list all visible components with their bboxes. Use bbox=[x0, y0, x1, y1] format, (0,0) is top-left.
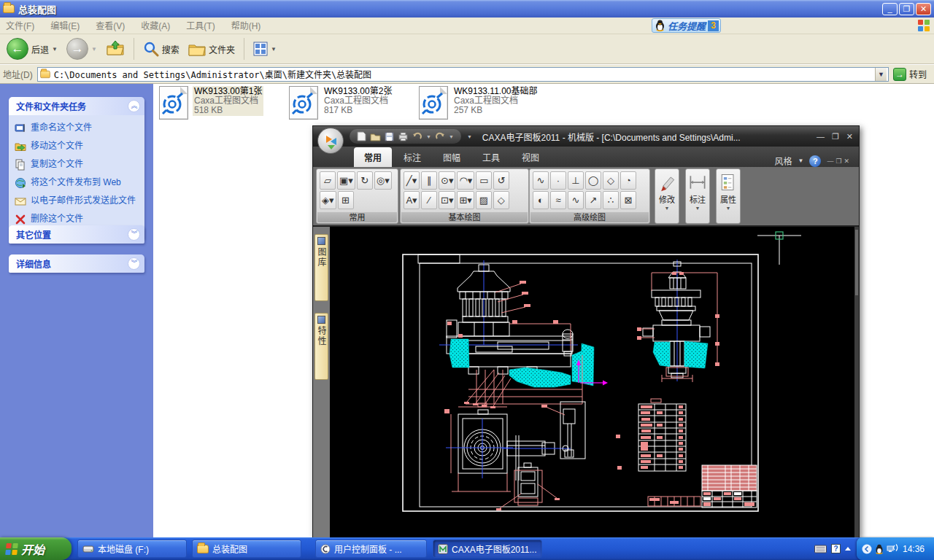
print-icon[interactable] bbox=[398, 132, 409, 141]
ribbon-tool-icon[interactable]: ∿ bbox=[568, 191, 584, 209]
undo-dropdown-icon[interactable]: ▼ bbox=[426, 134, 431, 139]
ribbon-tool-icon[interactable]: ◇ bbox=[603, 171, 619, 190]
taskbar-button-local-disk[interactable]: 本地磁盘 (F:) bbox=[77, 540, 187, 558]
ribbon-tool-icon[interactable]: ≈ bbox=[550, 191, 566, 209]
up-button[interactable] bbox=[104, 39, 127, 59]
dimension-button[interactable]: 标注▼ bbox=[685, 168, 710, 224]
ribbon-tool-icon[interactable]: ◈▾ bbox=[320, 191, 336, 209]
ribbon-tool-icon[interactable]: ⊙▾ bbox=[439, 171, 455, 190]
caxa-minimize-button[interactable]: — bbox=[817, 132, 825, 141]
ribbon-tab[interactable]: 标注 bbox=[393, 147, 431, 167]
caxa-app-logo-icon[interactable] bbox=[317, 128, 344, 154]
style-dropdown-icon[interactable]: ▼ bbox=[798, 158, 803, 164]
ribbon-tool-icon[interactable]: ◐ bbox=[533, 191, 549, 209]
menu-item[interactable]: 查看(V) bbox=[96, 21, 125, 31]
qq-task-reminder-badge[interactable]: 任务提醒 3 bbox=[652, 18, 721, 33]
taskbar-button-caxa[interactable]: CAXA电子图板2011... bbox=[433, 540, 542, 558]
properties-button[interactable]: 属性▼ bbox=[716, 168, 741, 224]
close-button[interactable]: ✕ bbox=[916, 3, 931, 15]
show-hidden-icons-chevron[interactable] bbox=[845, 547, 851, 551]
caxa-doc-window-buttons[interactable]: —❐✕ bbox=[827, 158, 852, 165]
ribbon-tab[interactable]: 工具 bbox=[472, 147, 510, 167]
file-item[interactable]: WK9133.00第1张 Caxa工程图文档 518 KB bbox=[159, 86, 285, 120]
ribbon-tab[interactable]: 常用 bbox=[354, 147, 392, 167]
open-icon[interactable] bbox=[370, 132, 381, 141]
start-button[interactable]: 开始 bbox=[0, 537, 72, 560]
caxa-drawing-canvas[interactable]: 图库 特性 .w2{stroke:#fff;stroke-width:1.6; bbox=[313, 227, 859, 538]
search-button[interactable]: 搜索 bbox=[141, 39, 182, 58]
details-header[interactable]: 详细信息 ︾ bbox=[9, 254, 144, 273]
task-copy-file[interactable]: 复制这个文件 bbox=[15, 159, 140, 171]
ribbon-tool-icon[interactable]: A▾ bbox=[404, 191, 420, 209]
new-document-icon[interactable] bbox=[357, 131, 366, 141]
ribbon-tab[interactable]: 图幅 bbox=[433, 147, 471, 167]
folders-button[interactable]: 文件夹 bbox=[186, 40, 237, 58]
ribbon-tool-icon[interactable]: ▣▾ bbox=[337, 171, 355, 190]
address-input[interactable]: C:\Documents and Settings\Administrator\… bbox=[37, 67, 889, 82]
minimize-button[interactable]: _ bbox=[882, 3, 898, 15]
task-publish-file[interactable]: 将这个文件发布到 Web bbox=[15, 177, 140, 189]
task-email-file[interactable]: 以电子邮件形式发送此文件 bbox=[15, 195, 140, 207]
ribbon-tool-icon[interactable]: ↗ bbox=[585, 191, 601, 209]
ribbon-tool-icon[interactable]: ◔ bbox=[620, 171, 636, 190]
ribbon-tool-icon[interactable]: ╱▾ bbox=[404, 171, 420, 190]
menu-item[interactable]: 收藏(A) bbox=[141, 21, 170, 31]
taskbar-button-user-control-panel[interactable]: 用户控制面板 - ... bbox=[315, 540, 427, 558]
undo-icon[interactable] bbox=[412, 132, 422, 141]
views-dropdown-icon[interactable]: ▼ bbox=[271, 46, 277, 52]
task-move-file[interactable]: 移动这个文件 bbox=[15, 141, 140, 152]
chevron-up-icon[interactable]: ︽ bbox=[128, 100, 140, 112]
ribbon-tool-icon[interactable]: ▨ bbox=[476, 191, 492, 209]
ribbon-tool-icon[interactable]: ↻ bbox=[357, 171, 373, 190]
ribbon-tool-icon[interactable]: · bbox=[550, 171, 566, 190]
network-tray-icon[interactable] bbox=[887, 544, 898, 553]
ribbon-tool-icon[interactable]: ▱ bbox=[320, 171, 336, 190]
back-button[interactable]: ← 后退 ▼ bbox=[4, 36, 60, 61]
ribbon-tool-icon[interactable]: ∥ bbox=[421, 171, 437, 190]
chevron-down-icon[interactable]: ︾ bbox=[128, 228, 140, 241]
menu-item[interactable]: 工具(T) bbox=[186, 21, 215, 31]
style-menu[interactable]: 风格 bbox=[774, 155, 792, 167]
clock[interactable]: 14:36 bbox=[903, 544, 925, 554]
qq-tray-icon[interactable] bbox=[875, 544, 884, 554]
ribbon-tab[interactable]: 视图 bbox=[512, 147, 549, 167]
redo-icon[interactable] bbox=[435, 132, 445, 141]
menu-item[interactable]: 文件(F) bbox=[6, 21, 34, 31]
collapse-tray-icon[interactable] bbox=[862, 544, 872, 554]
ribbon-tool-icon[interactable]: ⊞ bbox=[338, 191, 354, 209]
ribbon-tool-icon[interactable]: ↺ bbox=[493, 171, 509, 190]
ribbon-group-label[interactable]: 常用 bbox=[317, 212, 397, 222]
ribbon-tool-icon[interactable]: ◎▾ bbox=[374, 171, 392, 190]
ribbon-tool-icon[interactable]: ⊡▾ bbox=[439, 191, 455, 209]
caxa-restore-button[interactable]: ❐ bbox=[832, 132, 839, 141]
help-tray-icon[interactable]: ? bbox=[831, 544, 841, 553]
ribbon-tool-icon[interactable]: ⊥ bbox=[568, 171, 584, 190]
views-button[interactable]: ▼ bbox=[251, 40, 279, 58]
ribbon-tool-icon[interactable]: ◯ bbox=[585, 171, 601, 190]
ribbon-tool-icon[interactable]: ◠▾ bbox=[457, 171, 474, 190]
keyboard-tray-icon[interactable] bbox=[814, 545, 827, 553]
qat-customize-icon[interactable]: ▼ bbox=[467, 134, 472, 139]
forward-button[interactable]: → ▼ bbox=[64, 36, 99, 61]
file-tasks-header[interactable]: 文件和文件夹任务 ︽ bbox=[9, 97, 144, 115]
menu-item[interactable]: 编辑(E) bbox=[50, 21, 80, 31]
save-icon[interactable] bbox=[385, 132, 394, 141]
library-side-tab[interactable]: 图库 bbox=[314, 234, 328, 301]
ribbon-tool-icon[interactable]: ⊠ bbox=[620, 191, 636, 209]
task-delete-file[interactable]: 删除这个文件 bbox=[15, 214, 140, 225]
help-icon[interactable]: ? bbox=[809, 155, 821, 167]
go-button[interactable]: → 转到 bbox=[893, 68, 931, 81]
back-dropdown-icon[interactable]: ▼ bbox=[52, 46, 58, 52]
modify-button[interactable]: 修改▼ bbox=[655, 168, 679, 224]
ribbon-tool-icon[interactable]: ◇ bbox=[493, 191, 509, 209]
file-item[interactable]: WK9133.11.00基础部 Caxa工程图文档 257 KB bbox=[419, 86, 544, 120]
ribbon-tool-icon[interactable]: ∴ bbox=[603, 191, 619, 209]
ribbon-group-label[interactable]: 基本绘图 bbox=[401, 212, 528, 222]
ribbon-tool-icon[interactable]: ▭ bbox=[476, 171, 492, 190]
task-rename-file[interactable]: 重命名这个文件 bbox=[15, 122, 140, 134]
redo-dropdown-icon[interactable]: ▼ bbox=[449, 134, 454, 139]
ribbon-tool-icon[interactable]: ∿ bbox=[533, 171, 549, 190]
restore-button[interactable]: ❐ bbox=[899, 3, 914, 15]
taskbar-button-assembly-folder[interactable]: 总装配图 bbox=[192, 540, 301, 558]
address-dropdown-icon[interactable]: ▼ bbox=[875, 68, 887, 81]
